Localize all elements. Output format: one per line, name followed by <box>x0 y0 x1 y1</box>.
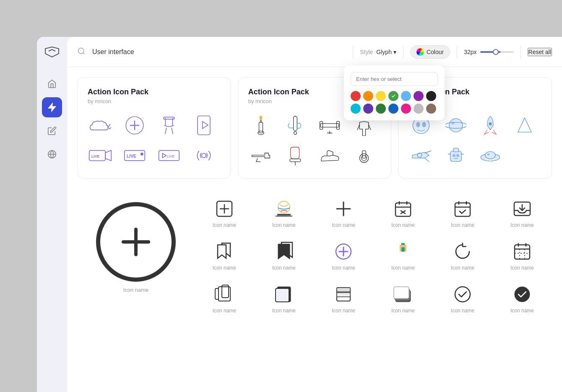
size-slider[interactable] <box>480 51 514 53</box>
icon-cell-layers[interactable]: Icon name <box>314 278 373 320</box>
icon-cell-calendar-x-label: Icon name <box>391 222 415 228</box>
svg-rect-100 <box>276 288 289 302</box>
svg-rect-8 <box>164 117 174 119</box>
search-input[interactable] <box>92 48 346 56</box>
swatch-green[interactable] <box>388 91 398 101</box>
pack3-icon-rocket[interactable] <box>478 113 503 138</box>
svg-line-33 <box>369 125 371 130</box>
pack-icon-live-badge[interactable]: LIVE <box>122 143 147 168</box>
icon-cell-slideshow-label: Icon name <box>213 308 236 314</box>
swatch-dark-green[interactable] <box>376 104 386 114</box>
pack3-icon-raygun[interactable] <box>408 143 434 168</box>
pack2-icon-torch[interactable] <box>248 113 273 138</box>
icon-cell-refresh[interactable]: Icon name <box>433 235 492 278</box>
pack2-icon-gun[interactable] <box>248 143 273 168</box>
icon-section: Icon name Icon name <box>77 192 552 320</box>
pack3-icon-ufo[interactable] <box>478 143 503 168</box>
icon-cell-calendar-check[interactable]: Icon name <box>433 192 492 235</box>
swatch-light-blue[interactable] <box>401 91 411 101</box>
icon-cell-volleyball-label: Icon name <box>272 222 296 228</box>
swatch-dark-purple[interactable] <box>363 104 373 114</box>
swatch-navy[interactable] <box>388 104 398 114</box>
icon-cell-circle-check[interactable]: Icon name <box>433 278 492 320</box>
pack2-icon-grips[interactable] <box>283 113 308 138</box>
pack2-icon-gym[interactable] <box>317 113 342 138</box>
sidebar-item-home[interactable] <box>42 74 62 94</box>
icon-cell-calendar-grid[interactable]: Icon name <box>492 235 552 278</box>
icon-cell-volleyball[interactable]: Icon name <box>254 192 314 235</box>
swatch-pink[interactable] <box>401 104 411 114</box>
toolbar-divider <box>353 45 353 59</box>
svg-point-56 <box>487 153 489 156</box>
svg-point-49 <box>453 154 455 157</box>
sidebar-item-bolt[interactable] <box>42 97 62 117</box>
pack-icon-broadcast[interactable] <box>191 143 216 168</box>
svg-rect-24 <box>293 116 297 131</box>
swatch-orange[interactable] <box>363 91 373 101</box>
icon-cell-filled-check[interactable]: Icon name <box>492 278 552 320</box>
large-icon-circle[interactable] <box>96 202 176 282</box>
icon-cell-stack[interactable]: Icon name <box>254 278 314 320</box>
icon-cell-cards-stack[interactable]: Icon name <box>373 278 433 320</box>
icon-cell-calendar-check-label: Icon name <box>451 222 474 228</box>
swatch-light-gray[interactable] <box>414 104 424 114</box>
swatch-black[interactable] <box>426 91 436 101</box>
pack-card-1[interactable]: Action Icon Pack by mricon <box>77 77 231 179</box>
icon-cell-refresh-label: Icon name <box>451 265 474 271</box>
pack-icon-live-cam[interactable]: LIVE <box>88 143 113 168</box>
sidebar-item-edit[interactable] <box>42 121 62 141</box>
reset-button[interactable]: Reset all <box>528 48 552 56</box>
svg-rect-26 <box>320 124 338 127</box>
icon-cell-medical-plus-circle[interactable]: Icon name <box>314 235 373 278</box>
svg-rect-76 <box>455 203 470 216</box>
style-dropdown[interactable]: Glyph ▾ <box>376 49 396 55</box>
svg-point-107 <box>455 287 470 302</box>
swatch-red[interactable] <box>351 91 361 101</box>
svg-point-16 <box>140 153 143 156</box>
color-hex-input[interactable] <box>351 72 438 86</box>
icon-cell-bookmark-filled[interactable]: Icon name <box>254 235 314 278</box>
pack2-icon-weights[interactable] <box>351 143 377 168</box>
svg-rect-70 <box>395 203 411 216</box>
svg-point-44 <box>451 122 454 125</box>
svg-point-25 <box>294 132 297 135</box>
swatch-teal[interactable] <box>351 104 361 114</box>
icon-cell-plus[interactable]: Icon name <box>314 192 373 235</box>
icon-cell-slideshow[interactable]: Icon name <box>195 278 254 320</box>
pack2-icon-boxing[interactable] <box>283 143 308 168</box>
svg-point-23 <box>259 116 262 120</box>
pack1-author: by mricon <box>88 98 221 104</box>
chevron-down-icon: ▾ <box>393 49 396 55</box>
svg-rect-88 <box>405 247 406 252</box>
svg-marker-0 <box>49 104 56 111</box>
svg-rect-106 <box>394 287 409 299</box>
svg-rect-67 <box>276 215 292 217</box>
pack-icon-play-live[interactable]: LIVE <box>156 143 182 168</box>
main-content: Style Glyph ▾ Colour 32px Reset all <box>67 37 562 392</box>
pack-icon-chair[interactable] <box>156 113 182 138</box>
icon-cell-calendar-grid-label: Icon name <box>510 265 534 271</box>
pack-icon-phone-play[interactable] <box>191 113 216 138</box>
pack-icon-cloud[interactable] <box>88 113 113 138</box>
pack-icon-medical-plus[interactable] <box>122 113 147 138</box>
pack3-icon-partial[interactable] <box>512 113 537 138</box>
svg-point-65 <box>278 201 290 213</box>
svg-point-45 <box>489 122 492 125</box>
svg-point-3 <box>78 48 84 53</box>
icon-cell-calendar-x[interactable]: Icon name <box>373 192 433 235</box>
pack3-icon-robot[interactable] <box>443 143 468 168</box>
swatch-brown[interactable] <box>426 104 436 114</box>
pack1-title: Action Icon Pack <box>88 88 221 96</box>
icon-cell-tools[interactable]: Icon name <box>373 235 433 278</box>
svg-rect-38 <box>362 151 366 158</box>
pack2-icon-shoe[interactable] <box>317 143 342 168</box>
pack3-icon-planet[interactable] <box>443 113 468 138</box>
icon-cell-inbox-down[interactable]: Icon name <box>492 192 552 235</box>
colour-button[interactable]: Colour <box>410 45 450 59</box>
icon-cell-stack-label: Icon name <box>272 308 296 314</box>
sidebar-item-globe[interactable] <box>42 144 62 164</box>
swatch-yellow[interactable] <box>376 91 386 101</box>
swatch-purple[interactable] <box>414 91 424 101</box>
icon-cell-add-square[interactable]: Icon name <box>195 192 254 235</box>
icon-cell-bookmarks[interactable]: Icon name <box>195 235 254 278</box>
